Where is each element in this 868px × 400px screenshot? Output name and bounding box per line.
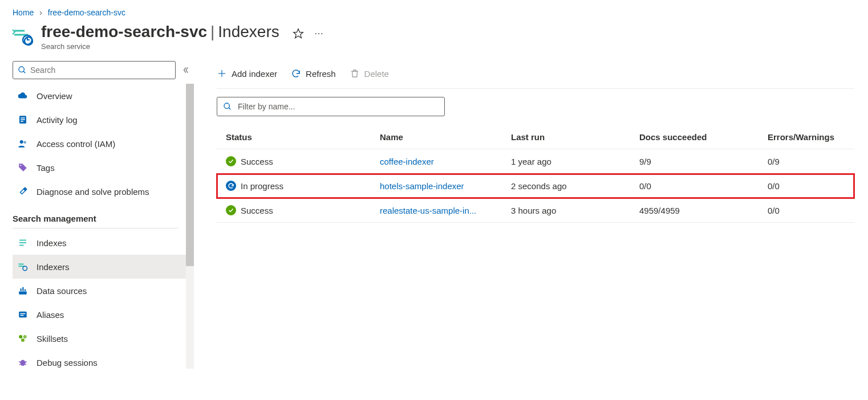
indexer-name-link[interactable]: realestate-us-sample-in... bbox=[380, 206, 476, 215]
sidebar-search-input[interactable] bbox=[30, 66, 171, 75]
scrollbar-thumb[interactable] bbox=[186, 84, 194, 266]
svg-point-6 bbox=[19, 67, 24, 72]
in-progress-icon bbox=[226, 181, 236, 191]
svg-rect-11 bbox=[21, 121, 23, 122]
svg-point-13 bbox=[24, 141, 27, 144]
indexers-resource-icon bbox=[13, 26, 33, 47]
last-run-cell: 3 hours ago bbox=[502, 198, 630, 223]
wrench-icon bbox=[17, 186, 29, 197]
sidebar-item-diagnose[interactable]: Diagnose and solve problems bbox=[13, 179, 194, 203]
indexers-table: Status Name Last run Docs succeeded Erro… bbox=[217, 125, 854, 223]
errors-warnings-cell: 0/0 bbox=[759, 174, 854, 198]
sidebar-item-overview[interactable]: Overview bbox=[13, 84, 194, 108]
svg-point-3 bbox=[315, 33, 316, 34]
errors-warnings-cell: 0/9 bbox=[759, 149, 854, 174]
sidebar-item-label: Debug sessions bbox=[36, 358, 98, 368]
last-run-cell: 1 year ago bbox=[502, 149, 630, 174]
log-icon bbox=[17, 114, 29, 125]
cloud-icon bbox=[17, 90, 29, 101]
sidebar-item-label: Access control (IAM) bbox=[36, 139, 115, 149]
errors-warnings-cell: 0/0 bbox=[759, 198, 854, 223]
svg-point-36 bbox=[224, 103, 229, 108]
svg-rect-9 bbox=[21, 117, 25, 119]
content-area: Add indexer Refresh Delete bbox=[194, 61, 868, 374]
resource-name: free-demo-search-svc bbox=[41, 23, 207, 41]
page-title: free-demo-search-svc | Indexers bbox=[41, 23, 279, 41]
sidebar-item-indexers[interactable]: Indexers bbox=[13, 255, 194, 279]
svg-rect-19 bbox=[19, 292, 27, 295]
sidebar-item-access-control[interactable]: Access control (IAM) bbox=[13, 132, 194, 156]
col-status[interactable]: Status bbox=[217, 125, 371, 149]
search-icon bbox=[18, 66, 27, 75]
svg-line-30 bbox=[19, 362, 21, 363]
sidebar-item-data-sources[interactable]: Data sources bbox=[13, 279, 194, 303]
svg-line-33 bbox=[25, 364, 26, 365]
table-row[interactable]: Successrealestate-us-sample-in...3 hours… bbox=[217, 198, 854, 223]
sidebar-item-label: Indexes bbox=[36, 238, 67, 248]
title-divider: | bbox=[210, 23, 214, 41]
sidebar-item-activity-log[interactable]: Activity log bbox=[13, 108, 194, 132]
breadcrumb-current[interactable]: free-demo-search-svc bbox=[48, 8, 125, 17]
sidebar-scrollbar[interactable] bbox=[186, 84, 194, 369]
breadcrumb: Home › free-demo-search-svc bbox=[0, 0, 868, 23]
add-indexer-button[interactable]: Add indexer bbox=[217, 68, 277, 79]
sidebar-item-label: Activity log bbox=[36, 115, 78, 125]
table-row[interactable]: Successcoffee-indexer1 year ago9/90/9 bbox=[217, 149, 854, 174]
indexer-name-link[interactable]: coffee-indexer bbox=[380, 157, 434, 166]
svg-rect-20 bbox=[21, 288, 22, 291]
refresh-button[interactable]: Refresh bbox=[291, 68, 336, 79]
svg-point-4 bbox=[318, 33, 319, 34]
search-icon bbox=[223, 102, 232, 111]
page-section-name: Indexers bbox=[218, 23, 279, 41]
svg-line-7 bbox=[23, 71, 25, 73]
svg-marker-2 bbox=[293, 29, 303, 38]
docs-succeeded-cell: 4959/4959 bbox=[630, 198, 759, 223]
sidebar-nav-management: Indexes Indexers Data sources Aliases Sk… bbox=[13, 231, 194, 374]
favorite-star-button[interactable] bbox=[292, 27, 305, 40]
sidebar-item-indexes[interactable]: Indexes bbox=[13, 231, 194, 255]
svg-rect-10 bbox=[21, 119, 25, 120]
svg-rect-22 bbox=[25, 289, 26, 291]
datasource-icon bbox=[17, 285, 29, 296]
sidebar-item-label: Tags bbox=[36, 163, 55, 173]
resource-type-label: Search service bbox=[41, 42, 279, 51]
breadcrumb-home[interactable]: Home bbox=[13, 8, 34, 17]
collapse-sidebar-button[interactable] bbox=[178, 62, 194, 78]
filter-input[interactable] bbox=[238, 102, 439, 111]
refresh-icon bbox=[291, 68, 301, 79]
success-icon bbox=[226, 205, 236, 215]
trash-icon bbox=[350, 68, 360, 79]
status-label: In progress bbox=[241, 181, 283, 191]
col-docs-succeeded[interactable]: Docs succeeded bbox=[630, 125, 759, 149]
docs-succeeded-cell: 9/9 bbox=[630, 149, 759, 174]
sidebar-item-tags[interactable]: Tags bbox=[13, 156, 194, 179]
sidebar-search[interactable] bbox=[13, 61, 176, 79]
status-label: Success bbox=[241, 206, 273, 215]
svg-point-27 bbox=[23, 335, 27, 338]
svg-point-14 bbox=[20, 165, 21, 166]
svg-rect-21 bbox=[22, 287, 23, 291]
sidebar-item-label: Aliases bbox=[36, 310, 64, 320]
col-name[interactable]: Name bbox=[371, 125, 502, 149]
col-errors-warnings[interactable]: Errors/Warnings bbox=[759, 125, 854, 149]
sidebar-item-label: Data sources bbox=[36, 286, 87, 296]
sidebar-section-search-management: Search management bbox=[13, 203, 178, 228]
sidebar-nav-general: Overview Activity log Access control (IA… bbox=[13, 84, 194, 203]
list-icon bbox=[17, 237, 29, 248]
more-actions-button[interactable] bbox=[313, 27, 325, 40]
svg-point-12 bbox=[20, 140, 23, 144]
indexer-name-link[interactable]: hotels-sample-indexer bbox=[380, 181, 464, 191]
col-last-run[interactable]: Last run bbox=[502, 125, 630, 149]
svg-point-18 bbox=[23, 266, 27, 271]
delete-button: Delete bbox=[350, 68, 389, 79]
sidebar-item-skillsets[interactable]: Skillsets bbox=[13, 326, 194, 350]
sidebar-item-aliases[interactable]: Aliases bbox=[13, 303, 194, 326]
people-icon bbox=[17, 138, 29, 149]
filter-by-name[interactable] bbox=[217, 97, 445, 116]
svg-point-29 bbox=[21, 360, 26, 366]
sidebar-item-debug-sessions[interactable]: Debug sessions bbox=[13, 350, 194, 374]
svg-point-26 bbox=[19, 335, 22, 338]
tag-icon bbox=[17, 162, 29, 173]
table-row[interactable]: In progresshotels-sample-indexer2 second… bbox=[217, 174, 854, 198]
last-run-cell: 2 seconds ago bbox=[502, 174, 630, 198]
